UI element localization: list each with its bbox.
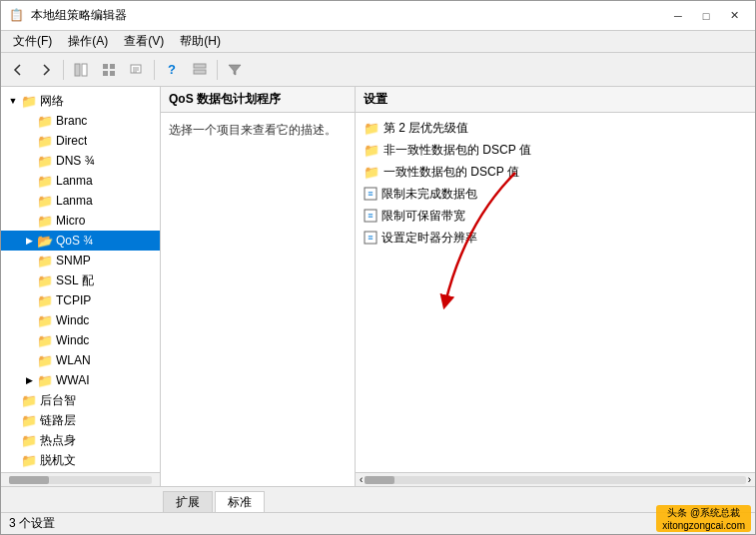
settings-label-dscp-inconsistent: 非一致性数据包的 DSCP 值 — [383, 142, 531, 159]
tree-item-dns[interactable]: 📁 DNS ¾ — [1, 151, 160, 171]
main-content: ▼ 📁 网络 📁 Branc 📁 Direct — [1, 87, 755, 486]
description-pane: QoS 数据包计划程序 选择一个项目来查看它的描述。 — [161, 87, 356, 486]
status-text: 3 个设置 — [9, 515, 55, 532]
tree-root-network[interactable]: ▼ 📁 网络 — [1, 91, 160, 111]
policy-icon-limit-incomplete: ≡ — [364, 187, 378, 201]
tree-item-branc[interactable]: 📁 Branc — [1, 111, 160, 131]
tree-item-direct[interactable]: 📁 Direct — [1, 131, 160, 151]
folder-icon-dscp-consistent: 📁 — [364, 165, 379, 180]
expander-wwai: ▶ — [21, 375, 37, 385]
maximize-button[interactable]: □ — [693, 6, 719, 26]
scroll-left-btn[interactable]: ‹ — [358, 474, 365, 485]
svg-text:≡: ≡ — [368, 211, 373, 221]
tree-label-wlan: WLAN — [56, 353, 91, 367]
tab-extended[interactable]: 扩展 — [163, 491, 213, 513]
tree-label-snmp: SNMP — [56, 254, 91, 268]
folder-icon-bg: 📁 — [21, 393, 37, 408]
menu-help[interactable]: 帮助(H) — [172, 31, 229, 52]
policy-icon-timer-resolution: ≡ — [364, 231, 378, 245]
watermark-line1: 头条 @系统总裁 — [667, 506, 740, 520]
folder-icon-layer2: 📁 — [364, 121, 379, 136]
settings-item-limit-incomplete[interactable]: ≡ 限制未完成数据包 — [360, 183, 751, 205]
scroll-right-btn[interactable]: › — [746, 474, 753, 485]
watermark-line2: xitongzongcai.com — [662, 520, 745, 531]
desc-pane-header: QoS 数据包计划程序 — [161, 87, 355, 113]
tree-label-direct: Direct — [56, 134, 87, 148]
tab-area: 扩展 标准 — [1, 487, 267, 513]
tree-item-wwai[interactable]: ▶ 📁 WWAI — [1, 370, 160, 390]
tree-label-offline: 脱机文 — [40, 452, 76, 469]
tree-label-tcpip: TCPIP — [56, 293, 91, 307]
folder-icon-network: 📁 — [21, 94, 37, 109]
tree-content[interactable]: ▼ 📁 网络 📁 Branc 📁 Direct — [1, 87, 160, 472]
view2-button[interactable] — [187, 57, 213, 83]
export-button[interactable] — [124, 57, 150, 83]
svg-rect-2 — [103, 64, 108, 69]
settings-content: 📁 第 2 层优先级值 📁 非一致性数据包的 DSCP 值 📁 一致性数据包的 … — [356, 113, 755, 472]
tree-label-bg: 后台智 — [40, 392, 76, 409]
expander-network: ▼ — [5, 96, 21, 106]
svg-rect-3 — [110, 64, 115, 69]
tab-standard[interactable]: 标准 — [215, 491, 265, 514]
help-button[interactable]: ? — [159, 57, 185, 83]
title-bar-left: 📋 本地组策略编辑器 — [9, 7, 127, 24]
filter-button[interactable] — [222, 57, 248, 83]
folder-icon-hotspot: 📁 — [21, 433, 37, 448]
settings-item-timer-resolution[interactable]: ≡ 设置定时器分辨率 — [360, 227, 751, 249]
tree-item-link[interactable]: 📁 链路层 — [1, 410, 160, 430]
svg-rect-1 — [82, 64, 87, 76]
tree-item-qos[interactable]: ▶ 📂 QoS ¾ — [1, 231, 160, 251]
menu-view[interactable]: 查看(V) — [116, 31, 172, 52]
policy-icon-limit-bandwidth: ≡ — [364, 209, 378, 223]
tree-scroll-thumb — [9, 476, 49, 484]
settings-pane: 设置 📁 第 2 层优先级值 📁 非一致性数据包的 DSCP 值 📁 一致性数据… — [356, 87, 755, 486]
folder-icon-windc1: 📁 — [37, 313, 53, 328]
svg-rect-0 — [75, 64, 80, 76]
folder-icon-offline: 📁 — [21, 453, 37, 468]
settings-item-dscp-inconsistent[interactable]: 📁 非一致性数据包的 DSCP 值 — [360, 139, 751, 161]
folder-icon-lanma1: 📁 — [37, 174, 53, 189]
tree-item-lanma1[interactable]: 📁 Lanma — [1, 171, 160, 191]
toolbar-separator-1 — [63, 60, 64, 80]
settings-item-limit-bandwidth[interactable]: ≡ 限制可保留带宽 — [360, 205, 751, 227]
settings-item-layer2[interactable]: 📁 第 2 层优先级值 — [360, 117, 751, 139]
svg-rect-5 — [110, 71, 115, 76]
settings-hscrollbar[interactable]: ‹ › — [356, 472, 755, 486]
tree-label-windc2: Windc — [56, 333, 89, 347]
settings-item-dscp-consistent[interactable]: 📁 一致性数据包的 DSCP 值 — [360, 161, 751, 183]
folder-icon-dscp-inconsistent: 📁 — [364, 143, 379, 158]
tree-item-offline[interactable]: 📁 脱机文 — [1, 450, 160, 470]
tree-label-qos: QoS ¾ — [56, 234, 93, 248]
tree-item-hotspot[interactable]: 📁 热点身 — [1, 430, 160, 450]
menu-file[interactable]: 文件(F) — [5, 31, 60, 52]
close-button[interactable]: ✕ — [721, 6, 747, 26]
folder-icon-wwai: 📁 — [37, 373, 53, 388]
tree-item-windc1[interactable]: 📁 Windc — [1, 310, 160, 330]
back-button[interactable] — [5, 57, 31, 83]
menu-action[interactable]: 操作(A) — [60, 31, 116, 52]
tree-item-tcpip[interactable]: 📁 TCPIP — [1, 290, 160, 310]
window-title: 本地组策略编辑器 — [31, 7, 127, 24]
tree-item-bg[interactable]: 📁 后台智 — [1, 390, 160, 410]
tree-item-ssl[interactable]: 📁 SSL 配 — [1, 270, 160, 290]
folder-icon-ssl: 📁 — [37, 273, 53, 288]
scroll-track — [365, 476, 745, 484]
tree-hscrollbar[interactable] — [1, 472, 160, 486]
tree-item-lanma2[interactable]: 📁 Lanma — [1, 191, 160, 211]
watermark: 头条 @系统总裁 xitongzongcai.com — [656, 505, 751, 532]
settings-label-limit-incomplete: 限制未完成数据包 — [381, 186, 477, 203]
settings-label-limit-bandwidth: 限制可保留带宽 — [381, 208, 465, 225]
tree-item-snmp[interactable]: 📁 SNMP — [1, 251, 160, 270]
minimize-button[interactable]: ─ — [665, 6, 691, 26]
tree-item-micro[interactable]: 📁 Micro — [1, 211, 160, 231]
tree-label-ssl: SSL 配 — [56, 272, 94, 289]
show-hide-button[interactable] — [68, 57, 94, 83]
title-bar: 📋 本地组策略编辑器 ─ □ ✕ — [1, 1, 755, 31]
tree-item-windc2[interactable]: 📁 Windc — [1, 330, 160, 350]
svg-text:≡: ≡ — [368, 189, 373, 199]
tree-item-wlan[interactable]: 📁 WLAN — [1, 350, 160, 370]
tree-label-lanma2: Lanma — [56, 194, 93, 208]
tree-label-dns: DNS ¾ — [56, 154, 95, 168]
forward-button[interactable] — [33, 57, 59, 83]
view-button[interactable] — [96, 57, 122, 83]
